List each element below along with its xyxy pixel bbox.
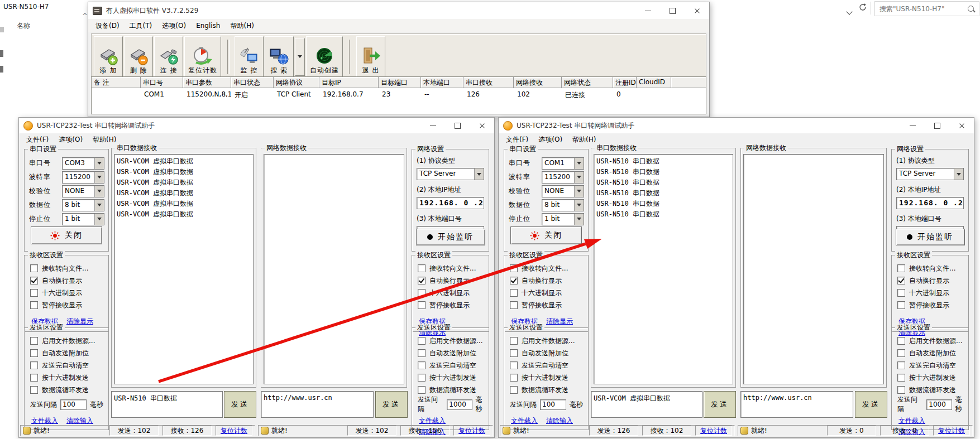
- minimize-button[interactable]: [635, 2, 660, 19]
- checkbox[interactable]: [30, 386, 38, 394]
- checkbox-row[interactable]: 暂停接收显示: [25, 299, 108, 311]
- menu-item[interactable]: 选项(O): [157, 20, 191, 32]
- menu-item[interactable]: 文件(F): [21, 133, 54, 146]
- serial-close-button[interactable]: 关闭: [31, 226, 102, 244]
- checkbox-row[interactable]: 启用文件数据源...: [892, 335, 968, 347]
- checkbox-row[interactable]: 十六进制显示: [412, 287, 489, 299]
- network-send-input[interactable]: http://www.usr.cn: [261, 391, 374, 418]
- checkbox-row[interactable]: 十六进制显示: [504, 287, 588, 299]
- network-send-button[interactable]: 发送: [375, 391, 408, 418]
- serial-send-button[interactable]: 发送: [224, 391, 256, 418]
- network-send-input[interactable]: http://www.usr.cn: [740, 391, 853, 418]
- network-receive-area[interactable]: [264, 154, 404, 384]
- maximize-button[interactable]: [925, 118, 949, 133]
- checkbox[interactable]: [510, 374, 518, 382]
- action-link[interactable]: 文件载入: [419, 417, 446, 424]
- field-combobox[interactable]: 1 bit: [542, 213, 584, 225]
- serial-send-input[interactable]: USR-VCOM 虚拟串口数据: [591, 391, 702, 418]
- name-column-header[interactable]: 名称: [17, 21, 30, 31]
- checkbox[interactable]: [897, 277, 905, 284]
- checkbox[interactable]: [897, 337, 905, 345]
- menu-item[interactable]: 文件(F): [501, 133, 533, 146]
- network-receive-area[interactable]: [743, 154, 884, 384]
- action-link[interactable]: 清除输入: [546, 417, 573, 424]
- checkbox[interactable]: [897, 301, 905, 309]
- column-header[interactable]: CloudID: [637, 77, 671, 88]
- checkbox-row[interactable]: 按十六进制发送: [25, 372, 108, 384]
- combobox-dropdown-button[interactable]: [94, 214, 104, 225]
- search-input[interactable]: [875, 4, 968, 13]
- checkbox[interactable]: [897, 361, 905, 369]
- checkbox-row[interactable]: 自动换行显示: [892, 274, 968, 287]
- action-link[interactable]: 文件载入: [31, 417, 58, 424]
- checkbox[interactable]: [30, 349, 38, 357]
- checkbox-row[interactable]: 暂停接收显示: [412, 299, 489, 311]
- minimize-button[interactable]: [900, 118, 925, 133]
- action-link[interactable]: 清除显示: [66, 317, 93, 325]
- checkbox-row[interactable]: 暂停接收显示: [504, 299, 588, 311]
- local-ip-input[interactable]: 192.168. 0 .201: [896, 197, 964, 209]
- toolbar-connect-button[interactable]: 连 接: [154, 36, 183, 77]
- field-combobox[interactable]: COM1: [542, 157, 584, 170]
- reset-count-link[interactable]: 复位计数: [216, 426, 252, 436]
- field-combobox[interactable]: NONE: [542, 185, 584, 197]
- explorer-search-box[interactable]: [874, 1, 979, 16]
- checkbox-row[interactable]: 自动发送附加位: [504, 347, 588, 359]
- column-header[interactable]: 目标端口: [379, 77, 421, 88]
- column-header[interactable]: 网络接收: [514, 77, 562, 88]
- menu-item[interactable]: 选项(O): [54, 133, 88, 146]
- toolbar-auto-create-button[interactable]: 自动创建: [306, 36, 343, 77]
- checkbox-row[interactable]: 接收转向文件...: [25, 262, 108, 274]
- checkbox-row[interactable]: 十六进制显示: [25, 287, 108, 299]
- checkbox[interactable]: [510, 337, 518, 345]
- column-header[interactable]: 串口参数: [183, 77, 231, 88]
- field-combobox[interactable]: 8 bit: [542, 199, 584, 211]
- combobox-dropdown-button[interactable]: [574, 158, 584, 169]
- window-titlebar[interactable]: 有人虚拟串口软件 V3.7.2.529: [88, 2, 709, 19]
- reset-count-link[interactable]: 复位计数: [453, 426, 490, 436]
- local-ip-input[interactable]: 192.168. 0 .201: [417, 197, 484, 209]
- checkbox-row[interactable]: 接收转向文件...: [412, 262, 489, 274]
- menu-item[interactable]: 选项(O): [533, 133, 567, 146]
- combobox-dropdown-button[interactable]: [94, 158, 104, 169]
- interval-input[interactable]: 1000: [926, 399, 952, 410]
- checkbox[interactable]: [510, 386, 518, 394]
- checkbox[interactable]: [418, 374, 426, 382]
- maximize-button[interactable]: [660, 2, 685, 19]
- serial-close-button[interactable]: 关闭: [510, 226, 582, 244]
- field-combobox[interactable]: 1 bit: [62, 213, 104, 225]
- combobox-dropdown-button[interactable]: [474, 168, 484, 180]
- checkbox-row[interactable]: 按十六进制发送: [892, 372, 968, 384]
- toolbar-monitor-button[interactable]: 监 控: [235, 36, 264, 77]
- checkbox-row[interactable]: 发送完自动清空: [892, 359, 968, 372]
- combobox-dropdown-button[interactable]: [94, 172, 104, 183]
- checkbox[interactable]: [30, 264, 38, 272]
- checkbox-row[interactable]: 按十六进制发送: [412, 372, 489, 384]
- column-header[interactable]: 串口接收: [463, 77, 514, 88]
- interval-input[interactable]: 1000: [447, 399, 472, 410]
- minimize-button[interactable]: [420, 118, 445, 133]
- checkbox-row[interactable]: 自动发送附加位: [892, 347, 968, 359]
- checkbox[interactable]: [510, 349, 518, 357]
- checkbox-row[interactable]: 数据流循环发送: [412, 384, 489, 396]
- checkbox[interactable]: [30, 374, 38, 382]
- column-header[interactable]: 注册ID: [613, 77, 637, 88]
- column-header[interactable]: 网络状态: [562, 77, 613, 88]
- refresh-icon[interactable]: [858, 3, 867, 14]
- network-send-button[interactable]: 发送: [855, 391, 887, 418]
- checkbox[interactable]: [418, 349, 426, 357]
- checkbox-row[interactable]: 启用文件数据源...: [412, 335, 489, 347]
- checkbox[interactable]: [510, 277, 518, 284]
- serial-receive-area[interactable]: USR-N510 串口数据USR-N510 串口数据USR-N510 串口数据U…: [594, 154, 733, 384]
- checkbox[interactable]: [510, 301, 518, 309]
- checkbox-row[interactable]: 自动换行显示: [25, 274, 108, 287]
- action-link[interactable]: 文件载入: [898, 417, 925, 424]
- checkbox[interactable]: [418, 301, 426, 309]
- column-header[interactable]: 串口号: [141, 77, 183, 88]
- checkbox[interactable]: [897, 264, 905, 272]
- address-dropdown-chevron-icon[interactable]: [847, 6, 852, 16]
- column-header[interactable]: 目标IP: [319, 77, 379, 88]
- action-link[interactable]: 清除输入: [66, 417, 93, 424]
- close-button[interactable]: [685, 2, 709, 19]
- checkbox-row[interactable]: 接收转向文件...: [504, 262, 588, 274]
